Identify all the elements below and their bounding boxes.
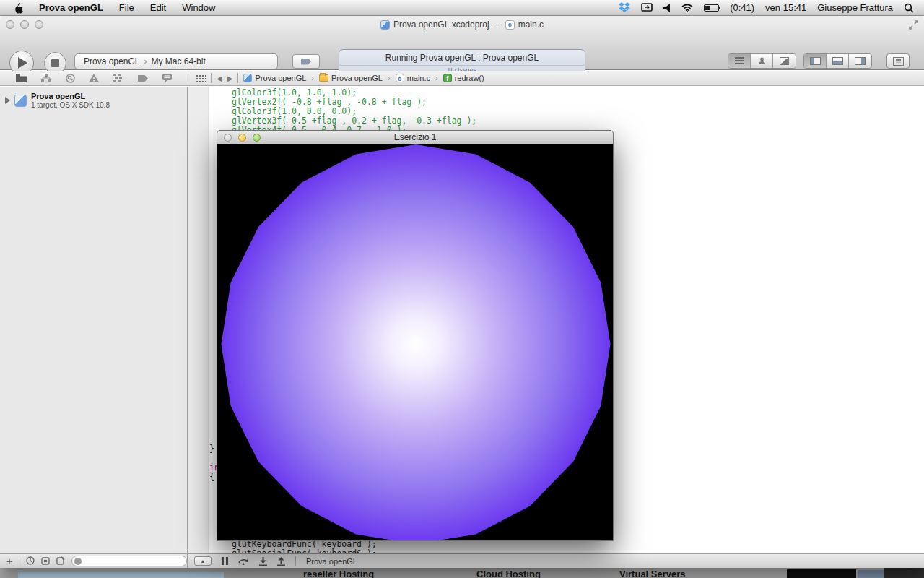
menu-app-name[interactable]: Prova openGL [39, 2, 103, 13]
show-debug-area-icon[interactable]: ▲ [194, 556, 212, 566]
scheme-project: Prova openGL [84, 56, 139, 66]
play-icon [18, 57, 27, 69]
editor-segmented-control [728, 53, 796, 69]
desktop: Prova openGL File Edit Window (0:41) ven… [0, 0, 924, 578]
toggle-debug-area-button[interactable] [827, 54, 849, 68]
scm-status-icon[interactable] [41, 555, 50, 568]
breadcrumb-function[interactable]: f redraw() [443, 74, 484, 82]
close-button[interactable] [224, 134, 232, 142]
opengl-window-title: Esercizio 1 [394, 132, 437, 142]
toggle-utilities-button[interactable] [849, 54, 871, 68]
c-file-icon: c [505, 20, 515, 30]
minimize-button[interactable] [238, 134, 246, 142]
filter-icon [74, 558, 82, 565]
debug-navigator-icon[interactable] [113, 74, 123, 82]
window-title-project: Prova openGL.xcodeproj [393, 20, 489, 30]
folder-icon [319, 74, 328, 82]
navigator-and-jump-bar: ◀ ▶ Prova openGL › Prova openGL › c main… [0, 71, 924, 86]
view-segmented-control [803, 53, 872, 69]
background-link: Virtual Servers [619, 569, 686, 578]
project-row[interactable]: Prova openGL 1 target, OS X SDK 10.8 [0, 89, 187, 112]
organizer-icon [893, 57, 904, 66]
breadcrumb-project[interactable]: Prova openGL [243, 74, 306, 82]
menu-clock[interactable]: ven 15:41 [765, 2, 806, 13]
related-items-icon[interactable] [196, 74, 206, 82]
navigator-sidebar: Prova openGL 1 target, OS X SDK 10.8 [0, 87, 188, 553]
navigator-pane-icon [810, 57, 821, 65]
menu-bar: Prova openGL File Edit Window (0:41) ven… [0, 0, 924, 16]
symbol-navigator-icon[interactable] [41, 74, 51, 82]
display-switch-icon[interactable] [641, 3, 653, 12]
version-editor-button[interactable] [773, 54, 796, 68]
breadcrumb-separator: › [311, 74, 314, 82]
wifi-icon[interactable] [681, 4, 693, 12]
project-icon [14, 95, 27, 107]
forward-button[interactable]: ▶ [227, 74, 233, 82]
breadcrumb-separator: › [435, 74, 438, 82]
volume-icon[interactable] [663, 4, 671, 12]
breadcrumb-label: redraw() [455, 74, 484, 82]
toggle-navigator-button[interactable] [804, 54, 827, 68]
step-over-icon[interactable] [238, 557, 249, 565]
jump-bar: ◀ ▶ Prova openGL › Prova openGL › c main… [188, 71, 924, 85]
function-icon: f [443, 74, 452, 82]
opengl-window: Esercizio 1 [217, 130, 614, 541]
back-button[interactable]: ◀ [217, 74, 222, 82]
divider [295, 556, 296, 566]
background-window-strip: reseller Hosting Cloud Hosting Virtual S… [0, 568, 924, 578]
step-into-icon[interactable] [259, 557, 267, 566]
menu-window[interactable]: Window [182, 2, 215, 13]
standard-editor-icon [735, 57, 744, 65]
code-line: { [209, 473, 214, 482]
add-button[interactable]: + [6, 556, 12, 567]
search-navigator-icon[interactable] [66, 74, 75, 83]
breadcrumb-file[interactable]: c main.c [396, 74, 430, 82]
pause-icon[interactable] [222, 557, 228, 565]
debug-pane-icon [832, 57, 843, 65]
zoom-button[interactable] [253, 134, 261, 142]
debug-bar: ▲ Prova openGL [188, 553, 924, 568]
disclosure-triangle-icon[interactable] [5, 97, 10, 104]
scheme-selector[interactable]: Prova openGL › My Mac 64-bit [74, 53, 278, 69]
project-detail: 1 target, OS X SDK 10.8 [31, 101, 110, 110]
organizer-button[interactable] [886, 53, 910, 69]
window-title-file: main.c [518, 20, 544, 30]
issue-navigator-icon[interactable] [89, 74, 99, 82]
breakpoint-navigator-icon[interactable] [138, 75, 148, 82]
step-out-icon[interactable] [277, 557, 285, 566]
code-line: glutSpecialFunc( keyboardS ); [232, 549, 377, 553]
background-element [884, 568, 924, 578]
background-element [858, 570, 884, 578]
breadcrumb-label: Prova openGL [331, 74, 383, 82]
editor-gutter [188, 87, 209, 553]
menu-file[interactable]: File [119, 2, 134, 13]
window-title-separator: — [493, 20, 502, 30]
version-editor-icon [780, 57, 789, 65]
recent-files-icon[interactable] [26, 555, 35, 568]
debug-process-name[interactable]: Prova openGL [306, 557, 357, 566]
assistant-editor-button[interactable] [751, 54, 773, 68]
standard-editor-button[interactable] [728, 54, 751, 68]
project-navigator-icon[interactable] [16, 74, 27, 82]
spotlight-icon[interactable] [904, 3, 914, 13]
window-chrome: Prova openGL.xcodeproj — c main.c Run St… [0, 16, 924, 70]
unsaved-files-icon[interactable] [56, 555, 65, 568]
menu-user[interactable]: Giuseppe Frattura [817, 2, 893, 13]
divider [211, 73, 212, 83]
breadcrumb-separator: › [388, 74, 391, 82]
breakpoints-button[interactable] [292, 54, 320, 69]
filter-input[interactable] [71, 556, 187, 566]
scheme-target: My Mac 64-bit [151, 56, 205, 66]
dropbox-icon[interactable] [619, 2, 630, 13]
fullscreen-icon[interactable] [909, 20, 918, 32]
navigator-selector-bar [0, 74, 188, 83]
battery-time: (0:41) [730, 2, 754, 13]
activity-status: Running Prova openGL : Prova openGL [339, 53, 585, 63]
apple-menu-icon[interactable] [13, 2, 23, 14]
menu-edit[interactable]: Edit [150, 2, 166, 13]
log-navigator-icon[interactable] [162, 74, 172, 82]
divider [237, 73, 238, 83]
opengl-window-titlebar[interactable]: Esercizio 1 [217, 131, 613, 144]
opengl-viewport [217, 144, 613, 540]
breadcrumb-group[interactable]: Prova openGL [319, 74, 383, 82]
